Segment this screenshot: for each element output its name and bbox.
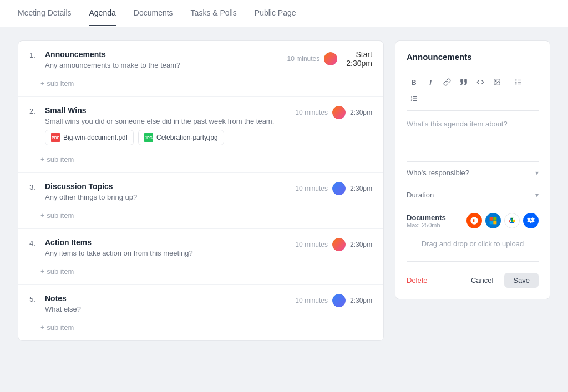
- item-title-2[interactable]: Small Wins: [45, 106, 291, 115]
- svg-point-7: [516, 84, 516, 84]
- documents-header: Documents Max: 250mb: [407, 213, 539, 228]
- item-duration-5: 10 minutes: [295, 297, 328, 304]
- duration-label: Duration: [407, 191, 434, 199]
- item-avatar-4: [332, 238, 346, 251]
- upload-area[interactable]: Drag and drop or click to upload: [407, 231, 539, 254]
- item-duration-2: 10 minutes: [295, 109, 328, 116]
- tab-public-page[interactable]: Public Page: [255, 1, 296, 26]
- agenda-item-5: 5. Notes What else? 10 minutes 2:30pm + …: [18, 285, 383, 340]
- item-title-1[interactable]: Announcements: [45, 50, 283, 59]
- item-meta-2: 10 minutes 2:30pm: [295, 106, 372, 119]
- image-button[interactable]: [490, 75, 504, 89]
- item-number-2: 2.: [29, 107, 40, 115]
- duration-chevron-icon: ▾: [535, 191, 539, 199]
- agenda-item-3: 3. Discussion Topics Any other things to…: [18, 173, 383, 229]
- responsible-dropdown[interactable]: Who's responsible? ▾: [407, 162, 539, 184]
- link-button[interactable]: [440, 75, 454, 89]
- svg-point-6: [516, 82, 516, 82]
- item-number-1: 1.: [29, 51, 40, 59]
- code-button[interactable]: [473, 75, 488, 89]
- item-time-1: 2:30pm: [346, 59, 372, 68]
- right-panel: Announcements B I: [395, 40, 550, 299]
- file-name-pdf: Big-win-document.pdf: [63, 134, 128, 141]
- svg-rect-11: [490, 217, 493, 221]
- item-title-5[interactable]: Notes: [45, 294, 291, 303]
- agenda-item-1: 1. Announcements Any announcements to ma…: [18, 41, 383, 97]
- microsoft-icon[interactable]: [485, 213, 501, 228]
- save-button[interactable]: Save: [504, 273, 539, 288]
- documents-title: Documents: [407, 213, 446, 222]
- content-editor[interactable]: What's this agenda item about?: [407, 118, 539, 162]
- file-chip-pdf[interactable]: PDF Big-win-document.pdf: [45, 130, 134, 145]
- sub-item-btn-2[interactable]: + sub item: [29, 155, 372, 164]
- panel-actions: Delete Cancel Save: [407, 264, 539, 288]
- item-meta-1: 10 minutes Start 2:30pm: [287, 50, 372, 68]
- tab-documents[interactable]: Documents: [134, 1, 173, 26]
- item-title-3[interactable]: Discussion Topics: [45, 182, 291, 191]
- main-content: 1. Announcements Any announcements to ma…: [0, 27, 568, 354]
- item-number-4: 4.: [29, 239, 40, 247]
- item-duration-1: 10 minutes: [287, 55, 320, 63]
- ordered-list-button[interactable]: [407, 91, 421, 106]
- responsible-label: Who's responsible?: [407, 169, 469, 177]
- agenda-item-4: 4. Action Items Any items to take action…: [18, 229, 383, 285]
- item-time-5: 2:30pm: [350, 297, 372, 304]
- agenda-list: 1. Announcements Any announcements to ma…: [18, 40, 384, 341]
- item-meta-3: 10 minutes 2:30pm: [295, 182, 372, 195]
- item-meta-5: 10 minutes 2:30pm: [295, 294, 372, 307]
- editor-toolbar: B I: [407, 70, 539, 111]
- bold-button[interactable]: B: [407, 75, 421, 89]
- item-desc-5: What else?: [45, 305, 291, 313]
- file-chip-jpg[interactable]: JPG Celebration-party.jpg: [138, 130, 224, 145]
- top-navigation: Meeting Details Agenda Documents Tasks &…: [0, 0, 568, 27]
- cancel-button[interactable]: Cancel: [464, 273, 500, 288]
- item-duration-3: 10 minutes: [295, 185, 328, 192]
- item-desc-4: Any items to take action on from this me…: [45, 249, 291, 257]
- bullet-list-button[interactable]: [511, 75, 526, 89]
- jpg-icon: JPG: [144, 133, 153, 142]
- duration-dropdown[interactable]: Duration ▾: [407, 184, 539, 206]
- item-time-4: 2:30pm: [350, 241, 372, 248]
- item-number-5: 5.: [29, 295, 40, 303]
- panel-right-actions: Cancel Save: [464, 273, 539, 288]
- documents-max-size: Max: 250mb: [407, 222, 446, 228]
- item-avatar-3: [332, 182, 346, 195]
- tab-agenda[interactable]: Agenda: [89, 1, 116, 26]
- zapier-icon[interactable]: [466, 213, 482, 228]
- item-time-2: 2:30pm: [350, 109, 372, 116]
- panel-title: Announcements: [407, 52, 539, 62]
- sub-item-btn-5[interactable]: + sub item: [29, 323, 372, 332]
- item-avatar-2: [332, 106, 346, 119]
- agenda-item-2: 2. Small Wins Small wins you did or some…: [18, 97, 383, 173]
- svg-point-1: [495, 80, 496, 82]
- delete-button[interactable]: Delete: [407, 276, 428, 284]
- item-desc-1: Any announcements to make to the team?: [45, 61, 283, 69]
- item-title-4[interactable]: Action Items: [45, 238, 291, 247]
- doc-integration-icons: [466, 213, 539, 228]
- dropbox-icon[interactable]: [523, 213, 539, 228]
- tab-tasks-polls[interactable]: Tasks & Polls: [191, 1, 237, 26]
- file-attachments-2: PDF Big-win-document.pdf JPG Celebration…: [45, 130, 291, 145]
- italic-button[interactable]: I: [423, 75, 438, 89]
- svg-rect-13: [490, 221, 493, 224]
- responsible-chevron-icon: ▾: [535, 169, 539, 177]
- google-drive-icon[interactable]: [504, 213, 520, 228]
- sub-item-btn-3[interactable]: + sub item: [29, 211, 372, 220]
- item-desc-3: Any other things to bring up?: [45, 193, 291, 201]
- start-label: Start: [356, 50, 372, 59]
- sub-item-btn-4[interactable]: + sub item: [29, 267, 372, 276]
- item-time-3: 2:30pm: [350, 185, 372, 192]
- item-number-3: 3.: [29, 183, 40, 191]
- documents-section: Documents Max: 250mb: [407, 206, 539, 262]
- file-name-jpg: Celebration-party.jpg: [156, 134, 218, 141]
- item-avatar-5: [332, 294, 346, 307]
- toolbar-divider: [508, 77, 508, 87]
- item-meta-4: 10 minutes 2:30pm: [295, 238, 372, 251]
- sub-item-btn-1[interactable]: + sub item: [29, 79, 372, 88]
- svg-point-5: [516, 80, 516, 80]
- pdf-icon: PDF: [51, 133, 60, 142]
- item-desc-2: Small wins you did or someone else did i…: [45, 117, 291, 125]
- svg-rect-14: [493, 221, 496, 224]
- tab-meeting-details[interactable]: Meeting Details: [18, 1, 72, 26]
- quote-button[interactable]: [457, 75, 471, 89]
